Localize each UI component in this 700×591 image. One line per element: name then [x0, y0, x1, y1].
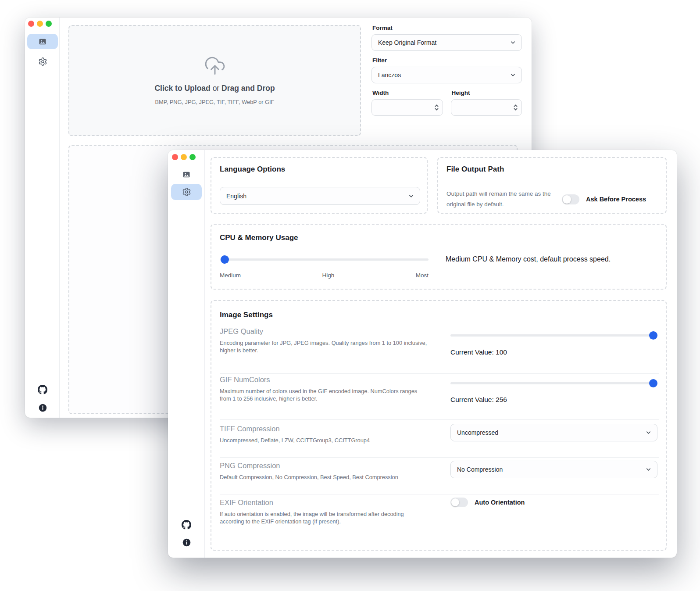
chevron-down-icon — [510, 39, 516, 46]
divider — [220, 373, 659, 374]
width-label: Width — [372, 90, 443, 96]
tiff-compression-description: Uncompressed, Deflate, LZW, CCITTGroup3,… — [220, 437, 429, 444]
sidebar — [25, 18, 60, 418]
cpu-memory-card: CPU & Memory Usage Medium High Most Medi… — [211, 224, 667, 290]
slider-thumb[interactable] — [221, 255, 229, 264]
convert-options-panel: Format Keep Original Format Filter Lancz… — [371, 23, 522, 116]
image-settings-title: Image Settings — [220, 311, 273, 319]
png-compression-select[interactable]: No Compression — [450, 461, 657, 478]
exif-orientation-description: If auto orientation is enabled, the imag… — [220, 511, 429, 525]
ask-before-process-label: Ask Before Process — [586, 196, 646, 203]
language-options-card: Language Options English — [211, 157, 428, 214]
jpeg-quality-label: JPEG Quality — [220, 327, 263, 336]
stepper-up-down-icon[interactable] — [513, 104, 518, 111]
github-icon — [38, 385, 47, 394]
height-input[interactable] — [451, 99, 522, 116]
cpu-slider-ticks: Medium High Most — [220, 272, 429, 279]
format-label: Format — [372, 25, 522, 31]
image-icon — [182, 170, 191, 179]
desktop-background: Click to Upload or Drag and Drop BMP, PN… — [0, 0, 700, 591]
github-link[interactable] — [27, 383, 58, 397]
tick-medium: Medium — [220, 272, 241, 279]
tick-high: High — [322, 272, 334, 279]
ask-before-process-toggle[interactable] — [562, 194, 579, 204]
sidebar-tab-settings[interactable] — [27, 54, 58, 69]
cpu-memory-description: Medium CPU & Memory cost, default proces… — [446, 255, 611, 263]
upload-title: Click to Upload or Drag and Drop — [154, 84, 275, 93]
github-link[interactable] — [171, 518, 202, 532]
slider-thumb[interactable] — [649, 331, 657, 340]
upload-supported-formats: BMP, PNG, JPG, JPEG, TIF, TIFF, WebP or … — [155, 99, 275, 105]
file-output-path-description: Output path will remain the same as the … — [446, 189, 552, 210]
width-field[interactable] — [372, 100, 443, 115]
height-field[interactable] — [451, 100, 522, 115]
exif-orientation-label: EXIF Orientation — [220, 498, 273, 507]
tick-most: Most — [416, 272, 429, 279]
auto-orientation-label: Auto Orientation — [475, 499, 525, 506]
gif-numcolors-description: Maximum number of colors used in the GIF… — [220, 388, 429, 402]
file-output-path-title: File Output Path — [446, 165, 504, 174]
stepper-up-down-icon[interactable] — [434, 104, 439, 111]
info-icon — [182, 538, 191, 547]
cpu-memory-slider[interactable] — [220, 255, 429, 264]
sidebar-tab-images[interactable] — [171, 167, 202, 182]
chevron-down-icon — [645, 430, 652, 436]
upload-dropzone[interactable]: Click to Upload or Drag and Drop BMP, PN… — [68, 25, 361, 136]
width-input[interactable] — [371, 99, 443, 116]
github-icon — [182, 520, 191, 530]
chevron-down-icon — [645, 466, 652, 473]
tiff-compression-select[interactable]: Uncompressed — [450, 424, 657, 441]
language-select[interactable]: English — [220, 187, 420, 205]
divider — [220, 494, 659, 494]
cpu-memory-title: CPU & Memory Usage — [220, 233, 298, 242]
sidebar — [168, 150, 205, 558]
language-options-title: Language Options — [220, 165, 285, 174]
jpeg-quality-description: Encoding parameter for JPG, JPEG images.… — [220, 340, 429, 354]
info-icon — [38, 403, 47, 412]
divider — [220, 457, 659, 458]
gif-numcolors-slider[interactable] — [450, 379, 657, 387]
divider — [220, 419, 659, 420]
filter-label: Filter — [372, 57, 522, 64]
auto-orientation-toggle[interactable] — [450, 498, 468, 507]
cloud-upload-icon — [204, 55, 226, 77]
gif-numcolors-label: GIF NumColors — [220, 376, 270, 384]
image-icon — [38, 37, 47, 46]
slider-thumb[interactable] — [649, 379, 657, 387]
sidebar-tab-images[interactable] — [27, 34, 58, 49]
chevron-down-icon — [510, 72, 516, 79]
about-button[interactable] — [171, 535, 202, 549]
file-output-path-card: File Output Path Output path will remain… — [437, 157, 667, 214]
about-button[interactable] — [27, 401, 58, 415]
tiff-compression-label: TIFF Compression — [220, 425, 280, 433]
image-settings-card: Image Settings JPEG Quality Encoding par… — [211, 300, 667, 551]
format-select[interactable]: Keep Original Format — [371, 34, 522, 51]
filter-select[interactable]: Lanczos — [371, 67, 522, 83]
jpeg-quality-current-value: Current Value: 100 — [450, 348, 507, 356]
png-compression-label: PNG Compression — [220, 462, 280, 470]
png-compression-description: Default Compression, No Compression, Bes… — [220, 474, 429, 481]
height-label: Height — [452, 90, 522, 96]
sidebar-tab-settings[interactable] — [171, 184, 202, 200]
gif-numcolors-current-value: Current Value: 256 — [450, 396, 507, 404]
gear-icon — [38, 57, 47, 66]
gear-icon — [182, 187, 191, 197]
chevron-down-icon — [408, 193, 414, 199]
jpeg-quality-slider[interactable] — [450, 331, 657, 340]
settings-window: Language Options English File Output Pat… — [168, 150, 677, 558]
